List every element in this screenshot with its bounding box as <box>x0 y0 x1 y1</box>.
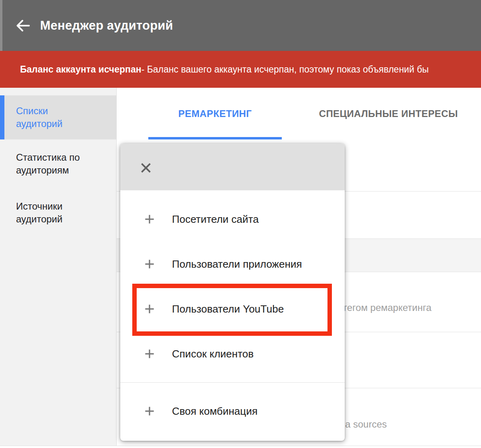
menu-divider <box>120 382 345 383</box>
sidebar-item-label: Источники аудиторий <box>16 200 84 226</box>
arrow-left-icon <box>14 30 32 36</box>
sidebar-item-label: Списки аудиторий <box>16 105 84 130</box>
dropdown-menu-list: Посетители сайта Пользователи приложения… <box>120 190 345 440</box>
tab-selected-underline <box>148 137 282 139</box>
table-cell-partial-text: a sources <box>345 419 387 430</box>
tab-label: РЕМАРКЕТИНГ <box>178 108 252 119</box>
close-button[interactable] <box>138 160 154 176</box>
sidebar-item-audience-stats[interactable]: Статистика по аудиториям <box>0 141 116 187</box>
create-audience-dropdown: Посетители сайта Пользователи приложения… <box>120 143 345 441</box>
header-edge-strip <box>0 0 2 51</box>
sidebar: Списки аудиторий Статистика по аудитория… <box>0 88 117 446</box>
app-header: Менеджер аудиторий <box>0 0 481 51</box>
menu-item-label: Пользователи приложения <box>172 258 302 270</box>
menu-item-site-visitors[interactable]: Посетители сайта <box>120 197 345 242</box>
plus-icon <box>143 303 156 315</box>
selected-indicator-bar <box>0 95 4 139</box>
table-cell-partial-text: тегом ремаркетинга <box>343 302 431 313</box>
sidebar-item-label: Статистика по аудиториям <box>16 151 84 177</box>
plus-icon <box>143 405 156 418</box>
tab-special-interests[interactable]: СПЕЦИАЛЬНЫЕ ИНТЕРЕСЫ <box>308 88 469 139</box>
plus-icon <box>143 213 156 226</box>
plus-icon <box>143 258 156 270</box>
menu-item-label: Пользователи YouTube <box>172 303 284 315</box>
tab-label: СПЕЦИАЛЬНЫЕ ИНТЕРЕСЫ <box>319 108 458 119</box>
menu-item-customer-list[interactable]: Список клиентов <box>120 331 345 376</box>
plus-icon <box>143 347 156 360</box>
close-icon <box>139 170 153 176</box>
back-button[interactable] <box>14 16 32 35</box>
banner-message: - Баланс вашего аккаунта исчерпан, поэто… <box>141 64 429 75</box>
menu-item-youtube-users[interactable]: Пользователи YouTube <box>120 287 345 331</box>
tab-remarketing[interactable]: РЕМАРКЕТИНГ <box>148 88 282 139</box>
audience-manager-screen: Менеджер аудиторий Баланс аккаунта исчер… <box>0 0 481 448</box>
account-balance-banner: Баланс аккаунта исчерпан - Баланс вашего… <box>0 51 481 88</box>
menu-item-app-users[interactable]: Пользователи приложения <box>120 242 345 287</box>
sidebar-item-audience-lists[interactable]: Списки аудиторий <box>0 95 116 139</box>
menu-item-label: Посетители сайта <box>172 213 259 226</box>
page-title: Менеджер аудиторий <box>40 0 173 51</box>
menu-item-label: Своя комбинация <box>172 405 258 418</box>
banner-bold-text: Баланс аккаунта исчерпан <box>20 64 141 75</box>
menu-item-custom-combination[interactable]: Своя комбинация <box>120 389 345 434</box>
sidebar-item-audience-sources[interactable]: Источники аудиторий <box>0 187 116 238</box>
table-row-divider <box>0 446 481 446</box>
menu-item-label: Список клиентов <box>172 348 254 360</box>
dropdown-header <box>120 143 345 190</box>
